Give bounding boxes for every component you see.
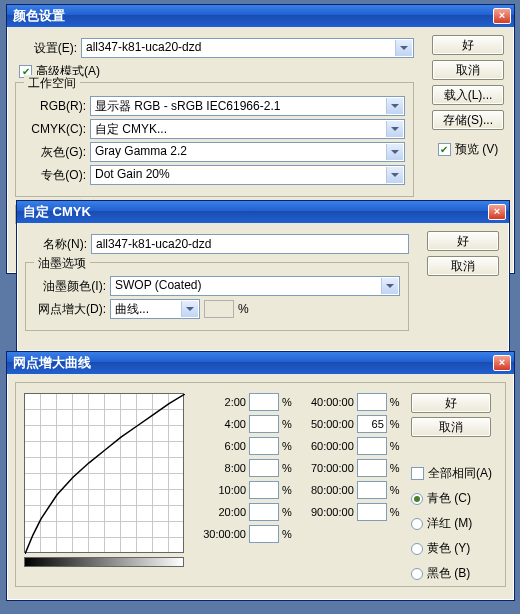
pt-input[interactable] <box>249 415 279 433</box>
percent-sign: % <box>238 302 249 316</box>
pt-label: 60:00:00 <box>302 440 354 452</box>
pt-input[interactable] <box>249 525 279 543</box>
pt-label: 80:00:00 <box>302 484 354 496</box>
name-label: 名称(N): <box>25 236 87 253</box>
pt-input[interactable] <box>249 503 279 521</box>
close-icon[interactable]: × <box>493 8 511 24</box>
magenta-radio[interactable] <box>411 518 423 530</box>
curve-graph[interactable] <box>24 393 184 553</box>
window-title: 颜色设置 <box>13 7 65 25</box>
dotgain-curve-dialog: 网点增大曲线 × 2:00% 4:00% 6:00% <box>6 351 515 601</box>
ok-button[interactable]: 好 <box>427 231 499 251</box>
gray-select[interactable]: Gray Gamma 2.2 <box>90 142 405 162</box>
load-button[interactable]: 载入(L)... <box>432 85 504 105</box>
pt-input[interactable] <box>357 481 387 499</box>
all-same-checkbox[interactable] <box>411 467 424 480</box>
pt-input[interactable] <box>249 393 279 411</box>
settings-select[interactable]: all347-k81-uca20-dzd <box>81 38 414 58</box>
magenta-label: 洋红 (M) <box>427 515 472 532</box>
gradient-bar <box>24 557 184 567</box>
custom-cmyk-dialog: 自定 CMYK × 名称(N): 油墨选项 油墨颜色(I): SWOP (Coa… <box>16 200 510 352</box>
pt-input[interactable] <box>357 459 387 477</box>
cmyk-select[interactable]: 自定 CMYK... <box>90 119 405 139</box>
cancel-button[interactable]: 取消 <box>411 417 491 437</box>
pt-label: 6:00 <box>194 440 246 452</box>
pt-input[interactable] <box>249 459 279 477</box>
cyan-radio[interactable] <box>411 493 423 505</box>
dotgain-label: 网点增大(D): <box>34 301 106 318</box>
pt-label: 30:00:00 <box>194 528 246 540</box>
titlebar[interactable]: 网点增大曲线 × <box>7 352 514 374</box>
cancel-button[interactable]: 取消 <box>432 60 504 80</box>
ink-options-group: 油墨选项 油墨颜色(I): SWOP (Coated) 网点增大(D): 曲线.… <box>25 262 409 331</box>
pt-label: 4:00 <box>194 418 246 430</box>
ink-color-label: 油墨颜色(I): <box>34 278 106 295</box>
save-button[interactable]: 存储(S)... <box>432 110 504 130</box>
right-points: 40:00:00% 50:00:00% 60:00:00% 70:00:00% … <box>302 393 400 521</box>
pt-label: 20:00 <box>194 506 246 518</box>
black-radio[interactable] <box>411 568 423 580</box>
black-label: 黑色 (B) <box>427 565 470 582</box>
pt-label: 50:00:00 <box>302 418 354 430</box>
pt-input[interactable] <box>249 481 279 499</box>
dotgain-value-box <box>204 300 234 318</box>
ok-button[interactable]: 好 <box>411 393 491 413</box>
dotgain-select[interactable]: 曲线... <box>110 299 200 319</box>
pt-label: 90:00:00 <box>302 506 354 518</box>
pt-label: 2:00 <box>194 396 246 408</box>
cancel-button[interactable]: 取消 <box>427 256 499 276</box>
all-same-label: 全部相同(A) <box>428 465 492 482</box>
rgb-select[interactable]: 显示器 RGB - sRGB IEC61966-2.1 <box>90 96 405 116</box>
pt-input[interactable] <box>357 393 387 411</box>
pt-label: 10:00 <box>194 484 246 496</box>
spot-label: 专色(O): <box>24 167 86 184</box>
workspace-title: 工作空间 <box>24 75 80 92</box>
left-points: 2:00% 4:00% 6:00% 8:00% 10:00% 20:00% 30… <box>194 393 292 543</box>
pt-label: 40:00:00 <box>302 396 354 408</box>
pt-input[interactable] <box>357 437 387 455</box>
close-icon[interactable]: × <box>493 355 511 371</box>
rgb-label: RGB(R): <box>24 99 86 113</box>
curve-group: 2:00% 4:00% 6:00% 8:00% 10:00% 20:00% 30… <box>15 382 506 587</box>
workspace-group: 工作空间 RGB(R): 显示器 RGB - sRGB IEC61966-2.1… <box>15 82 414 197</box>
pt-label: 70:00:00 <box>302 462 354 474</box>
yellow-label: 黄色 (Y) <box>427 540 470 557</box>
close-icon[interactable]: × <box>488 204 506 220</box>
titlebar[interactable]: 颜色设置 × <box>7 5 514 27</box>
spot-select[interactable]: Dot Gain 20% <box>90 165 405 185</box>
window-title: 网点增大曲线 <box>13 354 91 372</box>
window-title: 自定 CMYK <box>23 203 91 221</box>
pt-input[interactable] <box>357 415 387 433</box>
pt-label: 8:00 <box>194 462 246 474</box>
settings-label: 设置(E): <box>15 40 77 57</box>
preview-label: 预览 (V) <box>455 141 498 158</box>
pt-input[interactable] <box>249 437 279 455</box>
pt-input[interactable] <box>357 503 387 521</box>
ink-color-select[interactable]: SWOP (Coated) <box>110 276 400 296</box>
cmyk-label: CMYK(C): <box>24 122 86 136</box>
ink-options-title: 油墨选项 <box>34 255 90 272</box>
name-input[interactable] <box>91 234 409 254</box>
gray-label: 灰色(G): <box>24 144 86 161</box>
yellow-radio[interactable] <box>411 543 423 555</box>
ok-button[interactable]: 好 <box>432 35 504 55</box>
titlebar[interactable]: 自定 CMYK × <box>17 201 509 223</box>
cyan-label: 青色 (C) <box>427 490 471 507</box>
preview-checkbox[interactable]: ✔ <box>438 143 451 156</box>
